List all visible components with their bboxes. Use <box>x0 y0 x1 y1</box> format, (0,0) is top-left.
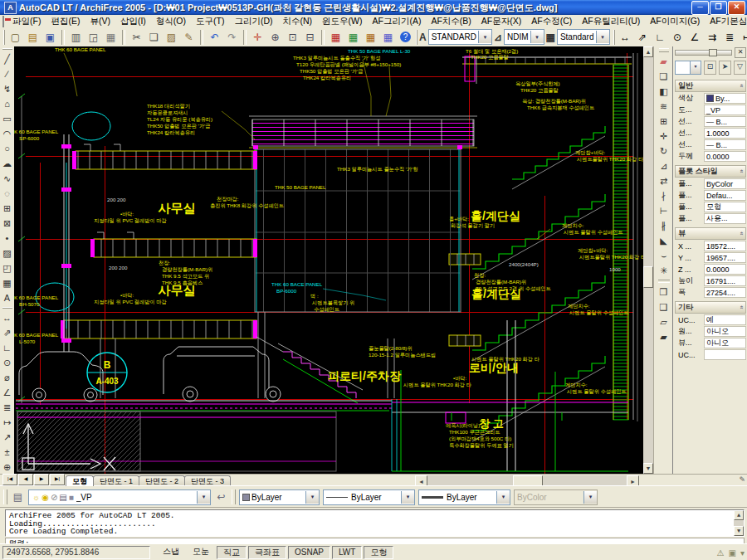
property-value[interactable]: 예 <box>704 314 746 325</box>
toggle-직교[interactable]: 직교 <box>217 546 247 559</box>
dimension-linear-button[interactable]: ↔ <box>0 310 15 325</box>
linetype-combo[interactable]: ByLayer ▾ <box>323 489 415 505</box>
title-bar[interactable]: A AutoCAD LT / ArchiFree 2005 - [D:₩01 P… <box>0 0 747 15</box>
text-style-manager-icon[interactable]: A <box>419 32 427 43</box>
dimension-radius-button[interactable]: ⊙ <box>0 355 15 370</box>
break-button[interactable]: ∦ <box>657 218 671 233</box>
property-value[interactable]: 18572.... <box>704 241 746 251</box>
polyline-button[interactable]: ↯ <box>0 81 15 96</box>
dimension-continue-button[interactable]: ↦ <box>0 415 15 430</box>
palette-close-icon[interactable]: ✕ <box>735 47 746 58</box>
select-objects-button[interactable]: ➤ <box>719 61 731 75</box>
leader-button[interactable]: ↗ <box>0 430 15 445</box>
new-file-button[interactable]: ▢ <box>7 28 24 46</box>
trim-button[interactable]: ∤ <box>657 188 671 203</box>
dim-style-manager-icon[interactable]: ⊿ <box>494 32 502 43</box>
property-value[interactable]: _VP <box>704 105 746 115</box>
copy-object-button[interactable]: ❏ <box>657 69 671 84</box>
toggle-LWT[interactable]: LWT <box>332 546 362 559</box>
section-header[interactable]: 플롯 스타일« <box>675 165 746 178</box>
section-header[interactable]: 뷰« <box>675 227 746 240</box>
section-header[interactable]: 일반« <box>675 80 746 92</box>
dim-baseline-button[interactable]: ≣ <box>721 28 739 46</box>
tab-nav-button-2[interactable]: ◀ <box>18 474 33 485</box>
menu-item-3[interactable]: 뷰(V) <box>85 15 115 28</box>
zoom-previous-button[interactable]: ⊟ <box>301 28 319 46</box>
layout-tab-1[interactable]: 모형 <box>66 475 94 486</box>
construction-line-button[interactable]: ∕ <box>0 66 15 81</box>
plot-preview-button[interactable]: ◲ <box>85 28 102 46</box>
menu-item-5[interactable]: 형식(O) <box>151 15 191 28</box>
dim-angular-button[interactable]: ∠ <box>686 28 704 46</box>
publish-button[interactable]: ▦ <box>102 28 120 46</box>
dimension-angular-button[interactable]: ∠ <box>0 385 15 400</box>
collapse-icon[interactable]: « <box>737 305 745 309</box>
palette-grip[interactable] <box>675 50 732 56</box>
menu-item-15[interactable]: AF이미지(G) <box>645 15 705 28</box>
revision-cloud-button[interactable]: ☁ <box>0 156 15 171</box>
arc-button[interactable]: ◠ <box>0 126 15 141</box>
minimize-button[interactable]: ─ <box>691 1 709 15</box>
property-value[interactable]: 16791.... <box>704 275 746 286</box>
dim-linear-button[interactable]: ↔ <box>617 28 634 46</box>
redo-button[interactable]: ↷ <box>223 28 241 46</box>
toolbar-grip[interactable] <box>2 48 12 50</box>
chevron-down-icon[interactable]: ▾ <box>496 491 510 504</box>
collapse-icon[interactable]: « <box>737 231 745 235</box>
menu-item-4[interactable]: 삽입(I) <box>115 15 151 28</box>
plot-notification-icon[interactable]: ▣ <box>729 548 736 558</box>
scroll-up-icon[interactable]: ▲ <box>734 510 744 520</box>
table-button[interactable]: ▦ <box>0 275 15 290</box>
property-value[interactable]: 19657.... <box>704 252 746 263</box>
copy-clip-button[interactable]: ❏ <box>145 28 163 46</box>
match-properties-button[interactable]: ✎ <box>180 28 198 46</box>
menu-item-8[interactable]: 치수(N) <box>278 15 318 28</box>
dimension-baseline-button[interactable]: ≣ <box>0 400 15 415</box>
chevron-down-icon[interactable]: ▾ <box>197 491 210 504</box>
draworder-front-button[interactable]: ❒ <box>657 285 671 299</box>
canvas-vscrollbar[interactable]: ▲ ▼ <box>643 46 653 474</box>
toolbar-grip[interactable] <box>659 48 669 52</box>
property-value[interactable]: 아니오 <box>704 326 746 337</box>
dimension-diameter-button[interactable]: ⌀ <box>0 370 15 385</box>
af-draw-button[interactable]: ▦ <box>327 28 344 46</box>
tolerance-button[interactable]: ± <box>0 445 15 460</box>
draworder-below-button[interactable]: ▰ <box>657 329 671 344</box>
toolbar-grip[interactable] <box>613 30 615 45</box>
extend-button[interactable]: ⊢ <box>657 203 671 218</box>
layer-previous-button[interactable]: ↩ <box>212 489 230 506</box>
pan-realtime-button[interactable]: ✛ <box>249 28 266 46</box>
toolbar-grip[interactable] <box>3 30 5 45</box>
property-value[interactable]: — B... <box>704 116 746 127</box>
property-value[interactable]: 0.0000 <box>704 264 746 275</box>
help-button[interactable]: ? <box>397 28 414 46</box>
chevron-down-icon[interactable]: ▾ <box>401 491 414 504</box>
erase-button[interactable]: ▰ <box>657 54 671 69</box>
open-file-button[interactable]: ▤ <box>24 28 42 46</box>
table-style-combo[interactable]: Standard ▾ <box>557 29 610 45</box>
rectangle-button[interactable]: ▭ <box>0 111 15 126</box>
menu-item-2[interactable]: 편집(E) <box>46 15 85 28</box>
chevron-down-icon[interactable]: ▾ <box>596 31 609 43</box>
undo-button[interactable]: ↶ <box>206 28 223 46</box>
dim-style-combo[interactable]: NDIM ▾ <box>504 29 544 45</box>
collapse-icon[interactable]: « <box>737 169 745 173</box>
text-style-combo[interactable]: STANDARD ▾ <box>428 29 492 45</box>
restore-button[interactable]: ❐ <box>710 1 727 15</box>
make-block-button[interactable]: ⊠ <box>0 216 15 231</box>
explode-button[interactable]: ✳ <box>657 263 671 278</box>
cut-clip-button[interactable]: ✂ <box>128 28 145 46</box>
af-block-button[interactable]: ▦ <box>344 28 362 46</box>
property-value[interactable]: 사용... <box>704 213 746 224</box>
toggle-스냅[interactable]: 스냅 <box>157 546 185 558</box>
array-button[interactable]: ⊞ <box>657 114 671 129</box>
layer-combo[interactable]: ☼◉⊘▤■ _VP ▾ <box>28 489 211 505</box>
section-header[interactable]: 기타« <box>675 301 746 314</box>
property-value[interactable] <box>704 349 746 360</box>
dimension-aligned-button[interactable]: ⇗ <box>0 325 15 340</box>
menu-item-12[interactable]: AF문자(X) <box>476 15 526 28</box>
menu-item-10[interactable]: AF그리기(A) <box>368 15 427 28</box>
offset-button[interactable]: ≋ <box>657 99 671 114</box>
toggle-pickadd-button[interactable]: ⊡ <box>704 61 716 75</box>
point-button[interactable]: • <box>0 231 15 246</box>
